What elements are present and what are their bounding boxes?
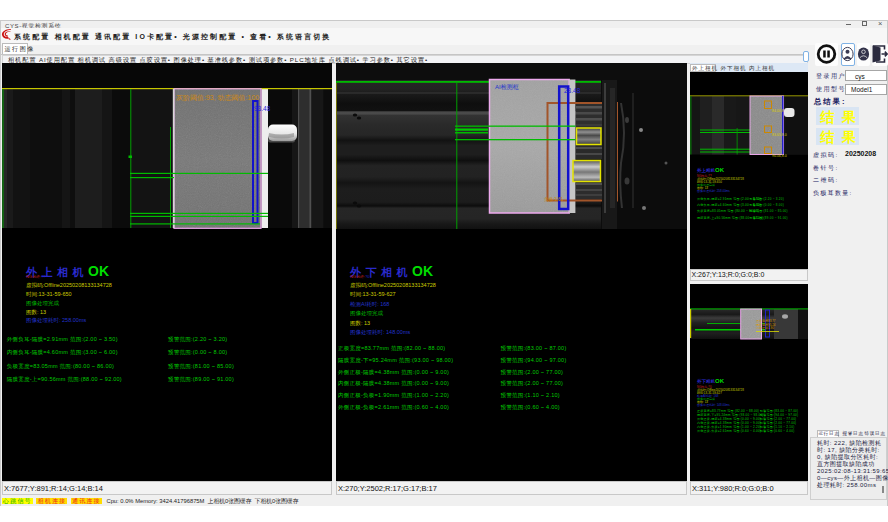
svg-text:23.48: 23.48 (564, 87, 581, 94)
svg-text:93.48: 93.48 (254, 105, 271, 112)
svg-text:负极:2.61: 负极:2.61 (544, 197, 564, 202)
svg-text:83.05,8.0: 83.05,8.0 (772, 133, 787, 137)
svg-text:灰阶阈值:93, 动态阈值:100: 灰阶阈值:93, 动态阈值:100 (176, 94, 259, 102)
svg-text:AI检测框: AI检测框 (495, 83, 519, 90)
svg-text:90.56,8.0: 90.56,8.0 (772, 154, 787, 158)
svg-text:内侧正极1.90: 内侧正极1.90 (756, 326, 774, 330)
